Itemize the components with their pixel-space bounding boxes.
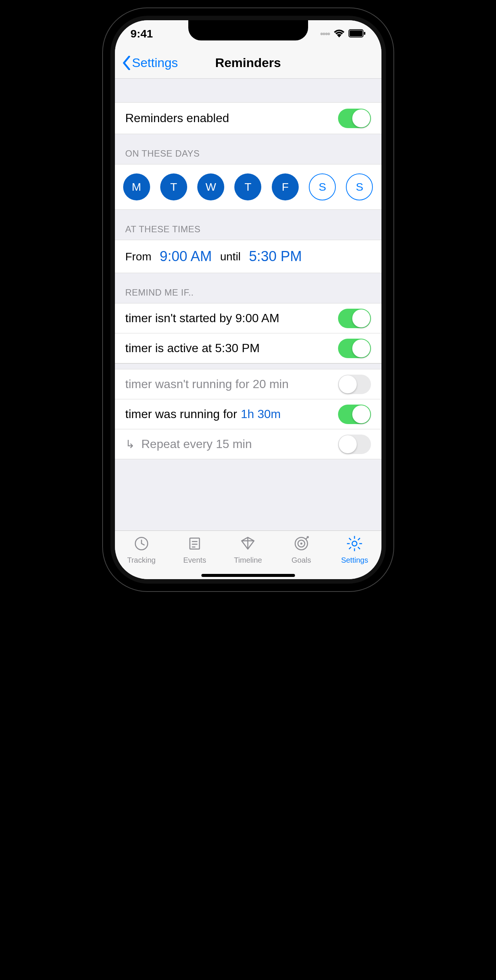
- reminders-enabled-row: Reminders enabled: [115, 103, 382, 134]
- separator: [115, 363, 382, 369]
- reminders-enabled-label: Reminders enabled: [125, 111, 230, 125]
- remind-was-running-value-button[interactable]: 1h 30m: [241, 407, 281, 421]
- remind-repeat-label: Repeat every 15 min: [141, 437, 252, 451]
- svg-line-21: [349, 547, 352, 549]
- phone-device-frame: 9:41 •••• Settings Reminders Reminder: [102, 8, 394, 592]
- from-label: From: [125, 250, 152, 263]
- list-icon: [186, 535, 204, 554]
- days-section-header: ON THESE DAYS: [115, 134, 382, 164]
- home-indicator[interactable]: [115, 572, 382, 579]
- back-button[interactable]: Settings: [122, 56, 178, 70]
- remind-active-at-label: timer is active at 5:30 PM: [125, 341, 260, 355]
- remind-repeat-toggle[interactable]: [338, 434, 371, 454]
- until-label: until: [220, 250, 241, 263]
- tab-tracking[interactable]: Tracking: [115, 535, 168, 565]
- day-toggle-mon[interactable]: M: [123, 173, 150, 200]
- day-toggle-sun[interactable]: S: [346, 173, 373, 200]
- tab-bar: Tracking Events Timeline Goals: [115, 530, 382, 572]
- svg-line-20: [358, 538, 360, 540]
- tab-events[interactable]: Events: [168, 535, 221, 565]
- target-icon: [292, 535, 310, 554]
- times-section-header: AT THESE TIMES: [115, 210, 382, 240]
- tab-settings-label: Settings: [341, 556, 368, 565]
- tab-events-label: Events: [184, 556, 206, 565]
- days-row: M T W T F S S: [115, 164, 382, 210]
- day-toggle-tue[interactable]: T: [160, 173, 187, 200]
- tab-goals-label: Goals: [292, 556, 311, 565]
- spacer: [115, 79, 382, 103]
- day-toggle-fri[interactable]: F: [272, 173, 299, 200]
- remind-row-active-at: timer is active at 5:30 PM: [115, 333, 382, 363]
- remind-active-at-toggle[interactable]: [338, 339, 371, 358]
- tab-goals[interactable]: Goals: [275, 535, 328, 565]
- bottom-gap: [115, 459, 382, 530]
- day-toggle-sat[interactable]: S: [309, 173, 336, 200]
- svg-rect-1: [350, 30, 362, 37]
- remind-row-was-running: timer was running for 1h 30m: [115, 399, 382, 429]
- day-toggle-wed[interactable]: W: [197, 173, 224, 200]
- battery-icon: [349, 27, 366, 40]
- svg-point-13: [352, 541, 357, 546]
- svg-line-18: [349, 538, 352, 540]
- svg-rect-2: [364, 32, 365, 35]
- cellular-dots-icon: ••••: [320, 29, 330, 39]
- phone-notch: [188, 20, 308, 40]
- diamond-icon: [239, 535, 257, 554]
- remind-not-started-label: timer isn't started by 9:00 AM: [125, 311, 280, 325]
- until-time-button[interactable]: 5:30 PM: [249, 248, 302, 264]
- wifi-icon: [334, 27, 345, 40]
- remind-row-not-running: timer wasn't running for 20 min: [115, 369, 382, 399]
- page-title: Reminders: [215, 56, 281, 70]
- gear-icon: [345, 535, 363, 554]
- tab-timeline-label: Timeline: [234, 556, 262, 565]
- tab-settings[interactable]: Settings: [328, 535, 381, 565]
- phone-screen: 9:41 •••• Settings Reminders Reminder: [111, 16, 386, 584]
- times-row: From 9:00 AM until 5:30 PM: [115, 240, 382, 273]
- sub-arrow-icon: ↳: [125, 438, 135, 451]
- reminders-enabled-toggle[interactable]: [338, 109, 371, 128]
- remind-not-running-label: timer wasn't running for 20 min: [125, 377, 289, 391]
- remind-row-repeat: ↳ Repeat every 15 min: [115, 429, 382, 459]
- remind-not-running-toggle[interactable]: [338, 375, 371, 394]
- remind-was-running-label: timer was running for: [125, 407, 237, 421]
- back-label: Settings: [132, 56, 178, 70]
- day-toggle-thu[interactable]: T: [235, 173, 261, 200]
- status-time: 9:41: [131, 27, 153, 40]
- remind-row-not-started: timer isn't started by 9:00 AM: [115, 304, 382, 333]
- remind-section-header: REMIND ME IF..: [115, 273, 382, 304]
- remind-not-started-toggle[interactable]: [338, 309, 371, 328]
- tab-tracking-label: Tracking: [127, 556, 156, 565]
- chevron-left-icon: [122, 56, 131, 70]
- nav-bar: Settings Reminders: [115, 47, 382, 79]
- remind-was-running-toggle[interactable]: [338, 404, 371, 424]
- svg-line-19: [358, 547, 360, 549]
- svg-point-12: [300, 542, 303, 545]
- from-time-button[interactable]: 9:00 AM: [160, 248, 212, 264]
- tab-timeline[interactable]: Timeline: [221, 535, 274, 565]
- clock-icon: [133, 535, 151, 554]
